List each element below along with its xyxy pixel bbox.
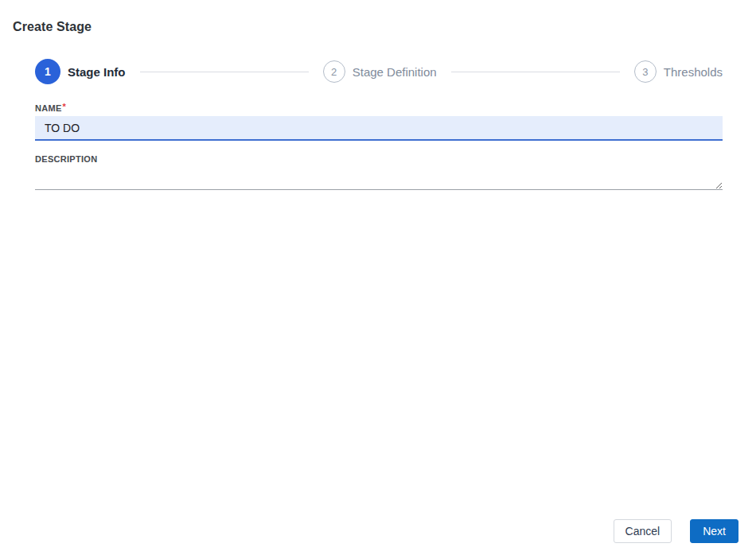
stepper-step-stage-info[interactable]: 1 Stage Info xyxy=(35,59,126,84)
step-connector-1 xyxy=(140,72,309,72)
next-button[interactable]: Next xyxy=(690,519,738,543)
step-connector-2 xyxy=(451,72,620,72)
stepper-step-thresholds[interactable]: 3 Thresholds xyxy=(634,60,723,83)
cancel-button[interactable]: Cancel xyxy=(614,519,672,543)
dialog-footer: Cancel Next xyxy=(614,519,738,543)
stepper: 1 Stage Info 2 Stage Definition 3 Thresh… xyxy=(35,59,723,84)
name-input[interactable] xyxy=(35,116,723,141)
step-3-label: Thresholds xyxy=(664,65,723,79)
description-textarea[interactable] xyxy=(35,165,723,190)
step-3-circle: 3 xyxy=(634,60,657,83)
step-1-label: Stage Info xyxy=(68,65,126,79)
name-field-label: NAME* xyxy=(35,102,66,113)
name-label-text: NAME xyxy=(35,103,62,113)
step-2-label: Stage Definition xyxy=(353,65,437,79)
required-asterisk: * xyxy=(63,102,67,111)
step-2-circle: 2 xyxy=(323,60,345,83)
stepper-step-stage-definition[interactable]: 2 Stage Definition xyxy=(323,60,437,83)
description-field-label: DESCRIPTION xyxy=(35,154,97,164)
description-label-text: DESCRIPTION xyxy=(35,154,97,164)
page-title: Create Stage xyxy=(13,20,92,34)
step-1-circle: 1 xyxy=(35,59,60,84)
